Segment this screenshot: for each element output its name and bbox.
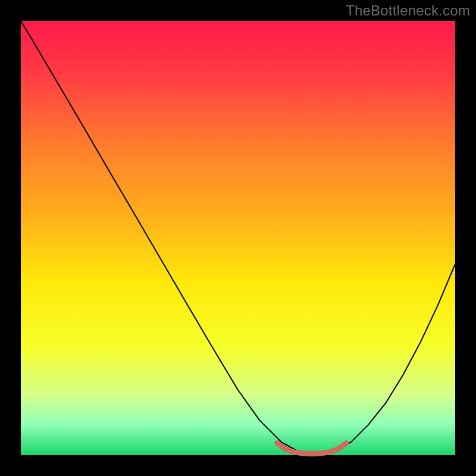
- chart-frame: TheBottleneck.com: [0, 0, 476, 476]
- watermark-text: TheBottleneck.com: [346, 2, 470, 19]
- bottleneck-chart: [0, 0, 476, 476]
